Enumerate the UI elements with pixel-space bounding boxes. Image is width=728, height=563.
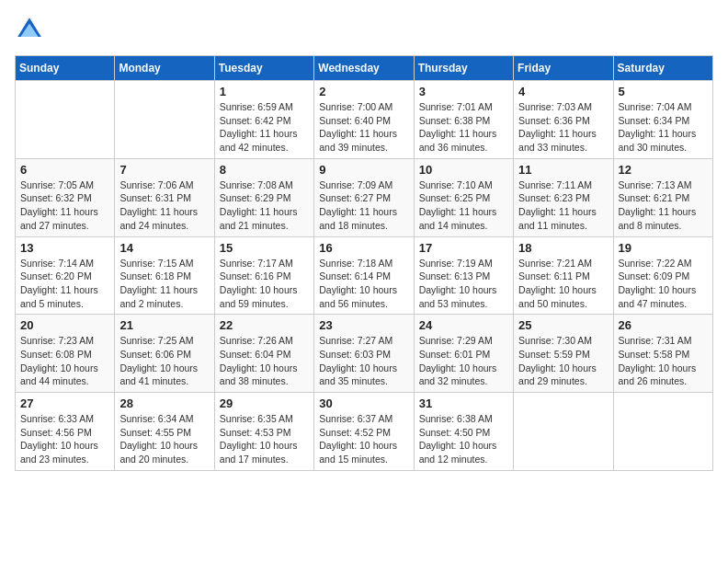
day-number: 13 xyxy=(20,241,109,255)
calendar-header-monday: Monday xyxy=(115,56,214,81)
calendar-header-saturday: Saturday xyxy=(613,56,712,81)
calendar-cell: 3Sunrise: 7:01 AM Sunset: 6:38 PM Daylig… xyxy=(414,81,513,159)
day-info: Sunrise: 7:22 AM Sunset: 6:09 PM Dayligh… xyxy=(619,257,708,311)
calendar-cell: 25Sunrise: 7:30 AM Sunset: 5:59 PM Dayli… xyxy=(514,315,613,393)
day-info: Sunrise: 7:23 AM Sunset: 6:08 PM Dayligh… xyxy=(20,334,109,388)
calendar-cell: 27Sunrise: 6:33 AM Sunset: 4:56 PM Dayli… xyxy=(16,393,115,471)
day-info: Sunrise: 7:08 AM Sunset: 6:29 PM Dayligh… xyxy=(220,178,309,233)
day-info: Sunrise: 7:04 AM Sunset: 6:34 PM Dayligh… xyxy=(619,100,708,155)
calendar-cell: 18Sunrise: 7:21 AM Sunset: 6:11 PM Dayli… xyxy=(514,236,613,315)
calendar-cell: 6Sunrise: 7:05 AM Sunset: 6:32 PM Daylig… xyxy=(16,158,115,236)
day-number: 6 xyxy=(20,163,109,177)
day-info: Sunrise: 7:03 AM Sunset: 6:36 PM Dayligh… xyxy=(518,100,608,155)
day-number: 17 xyxy=(419,241,508,255)
day-info: Sunrise: 7:19 AM Sunset: 6:13 PM Dayligh… xyxy=(419,257,508,311)
day-number: 20 xyxy=(20,318,109,332)
logo-icon xyxy=(15,15,44,44)
day-info: Sunrise: 7:14 AM Sunset: 6:20 PM Dayligh… xyxy=(20,257,109,311)
calendar-cell: 9Sunrise: 7:09 AM Sunset: 6:27 PM Daylig… xyxy=(314,158,414,236)
day-info: Sunrise: 6:38 AM Sunset: 4:50 PM Dayligh… xyxy=(419,412,508,466)
page-header xyxy=(15,15,713,44)
day-number: 27 xyxy=(20,396,109,410)
day-number: 3 xyxy=(419,85,508,98)
day-info: Sunrise: 6:35 AM Sunset: 4:53 PM Dayligh… xyxy=(220,412,309,466)
day-number: 1 xyxy=(220,85,309,98)
calendar-cell: 22Sunrise: 7:26 AM Sunset: 6:04 PM Dayli… xyxy=(214,315,313,393)
day-info: Sunrise: 7:06 AM Sunset: 6:31 PM Dayligh… xyxy=(119,178,209,233)
calendar-header-tuesday: Tuesday xyxy=(214,56,313,81)
day-number: 19 xyxy=(619,241,708,255)
calendar-cell: 7Sunrise: 7:06 AM Sunset: 6:31 PM Daylig… xyxy=(115,158,214,236)
day-number: 26 xyxy=(619,318,708,332)
day-info: Sunrise: 7:30 AM Sunset: 5:59 PM Dayligh… xyxy=(518,334,608,388)
calendar-week-4: 20Sunrise: 7:23 AM Sunset: 6:08 PM Dayli… xyxy=(16,315,713,393)
calendar-cell: 12Sunrise: 7:13 AM Sunset: 6:21 PM Dayli… xyxy=(613,158,712,236)
logo xyxy=(15,15,48,44)
day-number: 16 xyxy=(319,241,408,255)
day-number: 24 xyxy=(419,318,508,332)
day-info: Sunrise: 7:13 AM Sunset: 6:21 PM Dayligh… xyxy=(619,178,708,233)
calendar-week-2: 6Sunrise: 7:05 AM Sunset: 6:32 PM Daylig… xyxy=(16,158,713,236)
calendar-cell: 16Sunrise: 7:18 AM Sunset: 6:14 PM Dayli… xyxy=(314,236,414,315)
calendar-cell: 29Sunrise: 6:35 AM Sunset: 4:53 PM Dayli… xyxy=(214,393,313,471)
day-number: 23 xyxy=(319,318,408,332)
calendar-cell: 2Sunrise: 7:00 AM Sunset: 6:40 PM Daylig… xyxy=(314,81,414,159)
calendar-week-3: 13Sunrise: 7:14 AM Sunset: 6:20 PM Dayli… xyxy=(16,236,713,315)
day-number: 10 xyxy=(419,163,508,177)
day-info: Sunrise: 6:37 AM Sunset: 4:52 PM Dayligh… xyxy=(319,412,408,466)
day-number: 9 xyxy=(319,163,408,177)
day-info: Sunrise: 7:15 AM Sunset: 6:18 PM Dayligh… xyxy=(119,257,209,311)
calendar-cell xyxy=(115,81,214,159)
calendar-cell: 4Sunrise: 7:03 AM Sunset: 6:36 PM Daylig… xyxy=(514,81,613,159)
day-number: 28 xyxy=(119,396,209,410)
calendar-cell: 15Sunrise: 7:17 AM Sunset: 6:16 PM Dayli… xyxy=(214,236,313,315)
day-number: 12 xyxy=(619,163,708,177)
day-info: Sunrise: 7:10 AM Sunset: 6:25 PM Dayligh… xyxy=(419,178,508,233)
day-number: 11 xyxy=(518,163,608,177)
calendar-cell: 20Sunrise: 7:23 AM Sunset: 6:08 PM Dayli… xyxy=(16,315,115,393)
calendar-header-friday: Friday xyxy=(514,56,613,81)
calendar-week-1: 1Sunrise: 6:59 AM Sunset: 6:42 PM Daylig… xyxy=(16,81,713,159)
calendar-cell: 14Sunrise: 7:15 AM Sunset: 6:18 PM Dayli… xyxy=(115,236,214,315)
day-info: Sunrise: 7:25 AM Sunset: 6:06 PM Dayligh… xyxy=(119,334,209,388)
day-info: Sunrise: 7:21 AM Sunset: 6:11 PM Dayligh… xyxy=(518,257,608,311)
day-info: Sunrise: 7:18 AM Sunset: 6:14 PM Dayligh… xyxy=(319,257,408,311)
calendar-cell: 1Sunrise: 6:59 AM Sunset: 6:42 PM Daylig… xyxy=(214,81,313,159)
calendar-header-sunday: Sunday xyxy=(16,56,115,81)
calendar-cell: 31Sunrise: 6:38 AM Sunset: 4:50 PM Dayli… xyxy=(414,393,513,471)
day-number: 30 xyxy=(319,396,408,410)
day-info: Sunrise: 7:01 AM Sunset: 6:38 PM Dayligh… xyxy=(419,100,508,155)
calendar-cell xyxy=(514,393,613,471)
calendar-cell: 10Sunrise: 7:10 AM Sunset: 6:25 PM Dayli… xyxy=(414,158,513,236)
day-number: 5 xyxy=(619,85,708,98)
day-info: Sunrise: 7:05 AM Sunset: 6:32 PM Dayligh… xyxy=(20,178,109,233)
calendar-header-row: SundayMondayTuesdayWednesdayThursdayFrid… xyxy=(16,56,713,81)
calendar-header-thursday: Thursday xyxy=(414,56,513,81)
day-number: 2 xyxy=(319,85,408,98)
day-number: 7 xyxy=(119,163,209,177)
day-info: Sunrise: 7:27 AM Sunset: 6:03 PM Dayligh… xyxy=(319,334,408,388)
day-number: 18 xyxy=(518,241,608,255)
day-number: 22 xyxy=(220,318,309,332)
calendar-cell: 5Sunrise: 7:04 AM Sunset: 6:34 PM Daylig… xyxy=(613,81,712,159)
calendar-cell: 13Sunrise: 7:14 AM Sunset: 6:20 PM Dayli… xyxy=(16,236,115,315)
day-info: Sunrise: 7:11 AM Sunset: 6:23 PM Dayligh… xyxy=(518,178,608,233)
day-info: Sunrise: 7:29 AM Sunset: 6:01 PM Dayligh… xyxy=(419,334,508,388)
day-info: Sunrise: 6:59 AM Sunset: 6:42 PM Dayligh… xyxy=(220,100,309,155)
day-info: Sunrise: 6:34 AM Sunset: 4:55 PM Dayligh… xyxy=(119,412,209,466)
day-info: Sunrise: 7:00 AM Sunset: 6:40 PM Dayligh… xyxy=(319,100,408,155)
day-number: 29 xyxy=(220,396,309,410)
calendar-cell: 26Sunrise: 7:31 AM Sunset: 5:58 PM Dayli… xyxy=(613,315,712,393)
day-number: 21 xyxy=(119,318,209,332)
calendar-cell: 28Sunrise: 6:34 AM Sunset: 4:55 PM Dayli… xyxy=(115,393,214,471)
day-number: 8 xyxy=(220,163,309,177)
calendar-cell xyxy=(16,81,115,159)
day-info: Sunrise: 7:09 AM Sunset: 6:27 PM Dayligh… xyxy=(319,178,408,233)
day-number: 15 xyxy=(220,241,309,255)
calendar-cell: 30Sunrise: 6:37 AM Sunset: 4:52 PM Dayli… xyxy=(314,393,414,471)
calendar-cell: 17Sunrise: 7:19 AM Sunset: 6:13 PM Dayli… xyxy=(414,236,513,315)
day-number: 31 xyxy=(419,396,508,410)
calendar-week-5: 27Sunrise: 6:33 AM Sunset: 4:56 PM Dayli… xyxy=(16,393,713,471)
day-number: 25 xyxy=(518,318,608,332)
calendar-cell: 11Sunrise: 7:11 AM Sunset: 6:23 PM Dayli… xyxy=(514,158,613,236)
